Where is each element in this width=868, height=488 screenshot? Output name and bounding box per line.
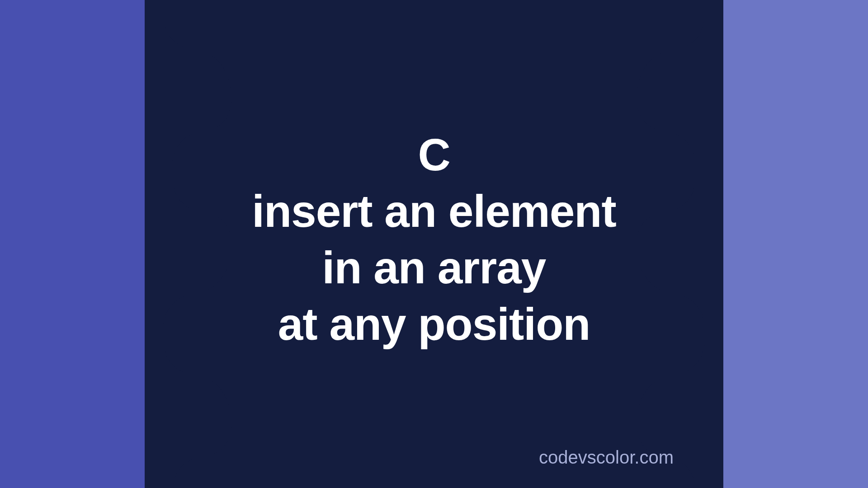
title-line-1: C (0, 127, 868, 183)
title-line-2: insert an element (0, 183, 868, 239)
title-block: C insert an element in an array at any p… (0, 127, 868, 352)
title-line-3: in an array (0, 239, 868, 296)
title-line-4: at any position (0, 296, 868, 352)
title-text: C insert an element in an array at any p… (0, 127, 868, 352)
watermark-text: codevscolor.com (539, 447, 674, 468)
